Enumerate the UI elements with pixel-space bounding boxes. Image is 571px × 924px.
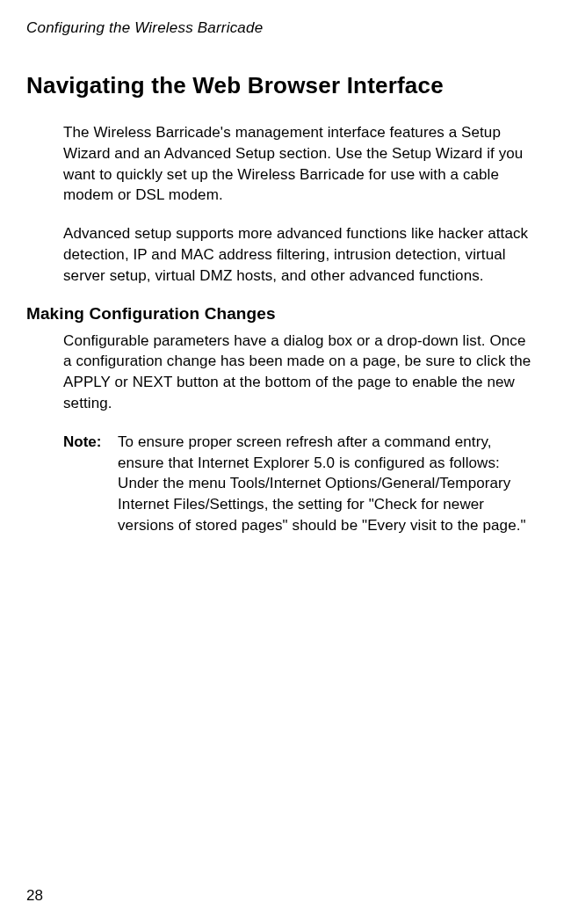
subsection-heading: Making Configuration Changes	[26, 304, 545, 324]
note-body: To ensure proper screen refresh after a …	[118, 432, 536, 536]
note-block: Note: To ensure proper screen refresh af…	[63, 432, 536, 536]
section-heading: Navigating the Web Browser Interface	[26, 72, 545, 99]
section-paragraph-1: The Wireless Barricade's management inte…	[63, 122, 536, 206]
subsection-paragraph-1: Configurable parameters have a dialog bo…	[63, 331, 536, 414]
section-paragraph-2: Advanced setup supports more advanced fu…	[63, 223, 536, 286]
running-header: Configuring the Wireless Barricade	[26, 19, 545, 37]
note-label: Note:	[63, 432, 118, 536]
page-number: 28	[26, 887, 43, 905]
